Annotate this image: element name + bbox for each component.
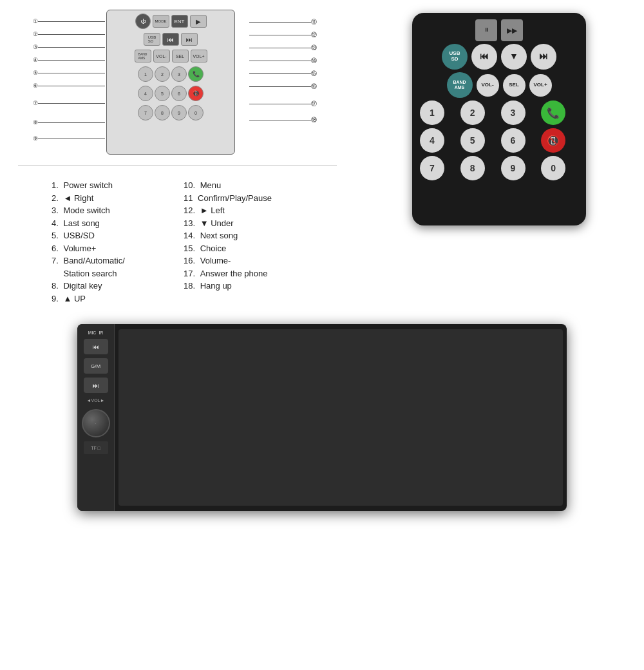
rp-num-4[interactable]: 4 xyxy=(420,128,444,153)
rp-call-btn[interactable]: 📞 xyxy=(541,100,565,125)
call-btn[interactable]: 📞 xyxy=(188,66,204,82)
stereo-next-btn[interactable]: ⏭ xyxy=(84,378,108,393)
callout-1-num: ① xyxy=(29,18,38,24)
legend-item-9: 9. ▲ UP xyxy=(52,292,171,305)
stereo-tf-label: TF □ xyxy=(91,446,100,450)
rp-num-3[interactable]: 3 xyxy=(501,100,526,125)
band-btn[interactable]: BANDAMS xyxy=(135,50,151,62)
callout-1: ① xyxy=(29,18,105,24)
rp-sel-btn[interactable]: SEL xyxy=(503,74,526,97)
num1-btn[interactable]: 1 xyxy=(138,66,153,82)
num7-btn[interactable]: 7 xyxy=(138,105,153,120)
sel-btn[interactable]: SEL xyxy=(172,50,189,62)
rp-num-0[interactable]: 0 xyxy=(541,156,565,180)
rcallout-11-line xyxy=(249,22,311,23)
callout-4-num: ④ xyxy=(29,57,38,63)
legend-num-16: 16. xyxy=(184,254,195,267)
callout-3: ③ xyxy=(29,44,105,50)
rp-num-9[interactable]: 9 xyxy=(501,156,526,180)
rp-num-2[interactable]: 2 xyxy=(460,100,485,125)
rcallout-16: ⑯ xyxy=(249,82,320,91)
usb-btn[interactable]: USBSD xyxy=(144,33,160,46)
rp-prev-btn[interactable]: ⏮ xyxy=(471,44,497,70)
callout-5: ⑤ xyxy=(29,70,105,76)
top-section: ⏻ MODE ENT ▶ USBSD ⏮ ⏭ BANDAMS xyxy=(0,0,644,311)
power-btn[interactable]: ⏻ xyxy=(135,14,151,29)
rp-endcall-btn[interactable]: 📵 xyxy=(541,128,565,153)
skip-btn[interactable]: ⏭ xyxy=(181,33,198,46)
callout-7: ⑦ xyxy=(29,100,105,106)
legend-num-1: 1. xyxy=(52,179,59,192)
rp-pause-btn[interactable]: ⏸ xyxy=(475,19,497,41)
num2-btn[interactable]: 2 xyxy=(155,66,170,82)
callout-8-num: ⑧ xyxy=(29,119,38,126)
endcall-btn[interactable]: 📵 xyxy=(188,86,204,101)
vol-minus-btn[interactable]: VOL- xyxy=(153,50,170,62)
stereo-prev-btn[interactable]: ⏮ xyxy=(84,339,108,354)
legend-item-16: 16. Volume- xyxy=(184,254,303,267)
num6-btn[interactable]: 6 xyxy=(171,86,187,101)
num4-btn[interactable]: 4 xyxy=(138,86,153,101)
callout-5-line xyxy=(38,73,105,73)
stereo-screen xyxy=(118,329,563,506)
prev-btn[interactable]: ⏮ xyxy=(162,33,179,46)
num9-btn[interactable]: 9 xyxy=(171,105,187,120)
rp-num-8[interactable]: 8 xyxy=(460,156,485,180)
rp-next-btn[interactable]: ⏭ xyxy=(531,44,556,70)
callout-5-num: ⑤ xyxy=(29,70,38,76)
rcallout-15-line xyxy=(249,73,311,74)
rp-num-1[interactable]: 1 xyxy=(420,100,444,125)
stereo-gm-btn[interactable]: G/M xyxy=(84,358,108,374)
stereo-mic-label: MIC xyxy=(88,330,97,335)
rcallout-12-line xyxy=(249,35,311,35)
vol-plus-btn[interactable]: VOL+ xyxy=(191,50,207,62)
rcallout-18: ⑱ xyxy=(249,116,320,124)
stereo-knob-indicator: · xyxy=(95,421,97,425)
rp-down-btn[interactable]: ▼ xyxy=(501,44,527,70)
rp-num-6[interactable]: 6 xyxy=(501,128,526,153)
legend-item-12: 12. ► Left xyxy=(184,204,303,217)
num0-btn[interactable]: 0 xyxy=(188,105,204,120)
legend-text-13: ▼ Under xyxy=(200,217,234,230)
mode-btn[interactable]: MODE xyxy=(153,15,169,28)
rcallout-15-num: ⑮ xyxy=(311,70,320,78)
legend-text-4: Last song xyxy=(63,217,99,230)
stereo-ir-label: IR xyxy=(99,330,103,335)
rp-ffwd-btn[interactable]: ▶▶ xyxy=(501,19,523,41)
rp-usb-btn[interactable]: USBSD xyxy=(442,44,468,70)
legend-text-8: Digital key xyxy=(63,280,102,292)
rcallout-17-num: ⑰ xyxy=(311,100,320,108)
stereo-volume-knob[interactable]: · xyxy=(82,409,110,437)
play-btn[interactable]: ▶ xyxy=(190,15,207,28)
legend-num-5: 5. xyxy=(52,229,59,242)
num5-btn[interactable]: 5 xyxy=(155,86,170,101)
rcallout-14: ⑭ xyxy=(249,57,320,65)
rp-vol-plus-btn[interactable]: VOL+ xyxy=(529,74,552,97)
legend-item-18: 18. Hang up xyxy=(184,280,303,292)
callout-2: ② xyxy=(29,31,105,37)
rp-vol-minus-btn[interactable]: VOL- xyxy=(477,74,499,97)
stereo-prev-icon: ⏮ xyxy=(93,343,99,350)
legend-text-1: Power switch xyxy=(63,179,113,192)
callout-7-num: ⑦ xyxy=(29,100,38,106)
right-remote-photo: ⏸ ▶▶ USBSD ⏮ ▼ ⏭ BANDAMS VOL- SEL VOL+ xyxy=(354,6,644,311)
rp-num-7[interactable]: 7 xyxy=(420,156,444,180)
remote-body-schematic: ⏻ MODE ENT ▶ USBSD ⏮ ⏭ BANDAMS xyxy=(106,10,235,155)
legend-text-10: Menu xyxy=(200,179,222,192)
legend-num-12: 12. xyxy=(184,204,195,217)
num3-btn[interactable]: 3 xyxy=(171,66,187,82)
rp-num-5[interactable]: 5 xyxy=(460,128,485,153)
legend-item-10: 10. Menu xyxy=(184,179,303,192)
legend-text-15: Choice xyxy=(200,242,226,255)
legend-item-5: 5. USB/SD xyxy=(52,229,171,242)
rp-band-btn[interactable]: BANDAMS xyxy=(447,72,473,98)
enter-btn[interactable]: ENT xyxy=(171,15,188,28)
num8-btn[interactable]: 8 xyxy=(155,105,170,120)
legend-num-4: 4. xyxy=(52,217,59,230)
sch-row-2: USBSD ⏮ ⏭ xyxy=(107,31,234,48)
sch-row-nums2: 4 5 6 📵 xyxy=(107,84,234,103)
legend-num-17: 17. xyxy=(184,267,195,280)
stereo-tf-slot[interactable]: TF □ xyxy=(84,441,108,454)
legend-num-2: 2. xyxy=(52,192,59,205)
legend-text-16: Volume- xyxy=(200,254,231,267)
